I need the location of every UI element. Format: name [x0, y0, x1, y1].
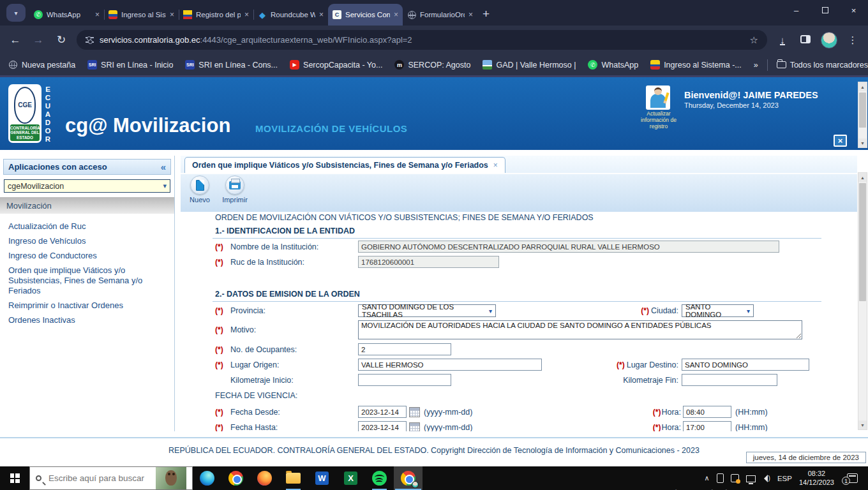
fecha-hasta-input[interactable]	[358, 421, 407, 431]
back-button[interactable]: ←	[8, 34, 23, 47]
profile-avatar[interactable]	[821, 32, 837, 48]
language-indicator[interactable]: ESP	[777, 475, 792, 482]
tab-close-icon[interactable]: ×	[468, 10, 473, 19]
maximize-button[interactable]	[811, 0, 839, 20]
sidebar-item-ingreso-conductores[interactable]: Ingreso de Conductores	[8, 251, 168, 261]
browser-tab-whatsapp[interactable]: ✆ WhatsApp ×	[29, 4, 104, 26]
start-button[interactable]	[0, 466, 29, 490]
motivo-textarea[interactable]: MOVILIZACIÓN DE AUTORIDADES HACIA LA CIU…	[358, 320, 802, 339]
scroll-up-icon[interactable]: ▲	[858, 82, 867, 91]
bookmark-ingreso-sistema[interactable]: Ingreso al Sistema -...	[650, 60, 742, 70]
new-tab-button[interactable]: +	[483, 7, 490, 21]
browser-tab-servicios-active[interactable]: C Servicios Contraloría ×	[328, 4, 403, 26]
scroll-down-icon[interactable]: ▼	[858, 138, 867, 147]
sync-status-icon[interactable]	[731, 474, 739, 482]
taskbar-excel-button[interactable]: X	[336, 466, 365, 490]
tab-close-icon[interactable]: ×	[244, 10, 249, 19]
tray-expand-icon[interactable]: ∧	[705, 474, 710, 482]
ciudad-select[interactable]: SANTO DOMINGO ▾	[682, 304, 754, 317]
print-button[interactable]: Imprimir	[220, 175, 250, 204]
field-row-fecha-hasta: (*) Fecha Hasta: (yyyy-mm-dd)	[215, 421, 472, 431]
browser-tab-formulario[interactable]: FormularioOrdenMov ×	[403, 4, 477, 26]
bookmark-sercopcapacita[interactable]: ▶SercopCapacita - Yo...	[290, 60, 382, 70]
search-highlight-image[interactable]	[156, 467, 186, 489]
calendar-icon[interactable]	[409, 407, 420, 417]
browser-tab-ingreso[interactable]: Ingreso al Sistema - C ×	[104, 4, 179, 26]
browser-tab-registro[interactable]: Registro del pago de ×	[179, 4, 253, 26]
bookmark-sri-consultas[interactable]: SRISRI en Línea - Cons...	[185, 60, 278, 70]
notification-center-button[interactable]: 1	[841, 473, 863, 483]
speaker-icon[interactable]: )	[763, 475, 770, 482]
bookmark-gad-valle-hermoso[interactable]: GAD | Valle Hermoso |	[483, 60, 576, 70]
tab-close-icon[interactable]: ×	[394, 10, 398, 19]
scroll-up-icon[interactable]: ▲	[858, 173, 867, 182]
scroll-down-icon[interactable]: ▼	[858, 420, 867, 429]
taskbar-word-button[interactable]: W	[308, 466, 336, 490]
tab-close-icon[interactable]: ×	[319, 10, 324, 19]
taskbar-search[interactable]	[29, 466, 193, 490]
kilometraje-fin-input[interactable]	[682, 374, 777, 386]
sidebar-item-reimprimir-inactivar[interactable]: Reimprimir o Inactivar Ordenes	[8, 301, 168, 311]
web-page: CGE CONTRALORÍA GENERAL DEL ESTADO ECUAD…	[0, 75, 868, 466]
taskbar-chrome-button[interactable]	[221, 466, 250, 490]
taskbar-spotify-button[interactable]	[365, 466, 394, 490]
scrollbar-thumb[interactable]	[859, 93, 866, 128]
sidebar-item-orden-viaticos[interactable]: Orden que implique Viáticos y/o Subsiste…	[8, 265, 168, 296]
side-panel-button[interactable]	[798, 34, 813, 45]
lugar-destino-input[interactable]	[682, 359, 809, 371]
forward-button[interactable]: →	[31, 34, 46, 47]
url-text[interactable]: servicios.contraloria.gob.ec:4443/cge_ar…	[100, 35, 412, 45]
hora-desde-input[interactable]	[683, 406, 731, 418]
sidebar-item-actualizacion-ruc[interactable]: Actualización de Ruc	[8, 221, 168, 232]
tab-close-icon[interactable]: ×	[95, 10, 100, 19]
bookmarks-overflow-button[interactable]: »	[754, 61, 758, 70]
phone-link-icon[interactable]	[717, 473, 724, 483]
nombre-institucion-input[interactable]	[358, 241, 779, 253]
scrollbar-thumb[interactable]	[859, 183, 866, 301]
content-tab-orden[interactable]: Orden que implique Viáticos y/o Subsiste…	[184, 157, 505, 173]
new-button[interactable]: Nuevo	[185, 175, 214, 204]
reload-button[interactable]: ↻	[54, 33, 69, 47]
ruc-institucion-input[interactable]	[358, 256, 499, 268]
all-bookmarks-button[interactable]: Todos los marcadores	[777, 61, 868, 70]
content-scrollbar[interactable]: ▲ ▼	[858, 172, 867, 430]
address-bar[interactable]: servicios.contraloria.gob.ec:4443/cge_ar…	[77, 30, 767, 50]
logout-close-button[interactable]: ×	[834, 135, 847, 147]
tab-close-icon[interactable]: ×	[170, 10, 174, 19]
bookmark-star-icon[interactable]: ☆	[750, 34, 758, 46]
browser-tab-roundcube[interactable]: ◆ Roundcube Webmail ×	[253, 4, 328, 26]
bookmark-nueva-pestana[interactable]: Nueva pestaña	[8, 60, 75, 70]
calendar-icon[interactable]	[409, 422, 420, 432]
taskbar-edge-button[interactable]	[193, 466, 221, 490]
update-registration-link[interactable]: Actualizar información de registro	[636, 110, 682, 130]
header-scrollbar[interactable]: ▲ ▼	[858, 82, 867, 148]
fecha-desde-input[interactable]	[358, 406, 407, 418]
sidebar-item-ordenes-inactivas[interactable]: Ordenes Inactivas	[8, 315, 168, 325]
tab-search-button[interactable]: ▾	[6, 4, 26, 22]
kilometraje-inicio-input[interactable]	[358, 374, 451, 386]
taskbar-chrome-active-button[interactable]	[394, 466, 423, 490]
taskbar-clock[interactable]: 08:32 14/12/2023	[799, 470, 834, 487]
taskbar-firefox-button[interactable]	[250, 466, 279, 490]
footer-date-box: jueves, 14 de diciembre de 2023	[746, 452, 866, 463]
hora-hasta-input[interactable]	[683, 421, 731, 431]
sidebar-item-ingreso-vehiculos[interactable]: Ingreso de Vehículos	[8, 236, 168, 246]
site-settings-icon[interactable]	[86, 37, 94, 43]
user-avatar[interactable]	[646, 85, 670, 110]
taskbar-search-input[interactable]	[47, 473, 150, 484]
provincia-select[interactable]: SANTO DOMINGO DE LOS TSACHILAS ▾	[358, 304, 496, 317]
taskbar-explorer-button[interactable]	[279, 466, 308, 490]
collapse-sidebar-icon[interactable]: «	[161, 161, 166, 172]
browser-menu-button[interactable]: ⋮	[845, 34, 860, 46]
bookmark-sercop-agosto[interactable]: mSERCOP: Agosto	[394, 60, 470, 70]
application-select[interactable]: cgeMovilizacion ▾	[4, 179, 170, 193]
downloads-button[interactable]: ↓	[775, 34, 790, 45]
lugar-origen-input[interactable]	[358, 359, 542, 371]
ocupantes-input[interactable]	[358, 343, 451, 355]
close-window-button[interactable]: ×	[839, 0, 868, 20]
content-tab-close-icon[interactable]: ×	[493, 161, 498, 170]
minimize-button[interactable]: –	[782, 0, 811, 20]
bookmark-sri-inicio[interactable]: SRISRI en Línea - Inicio	[87, 60, 173, 70]
network-icon[interactable]	[746, 475, 756, 482]
bookmark-whatsapp[interactable]: ✆WhatsApp	[588, 60, 638, 70]
